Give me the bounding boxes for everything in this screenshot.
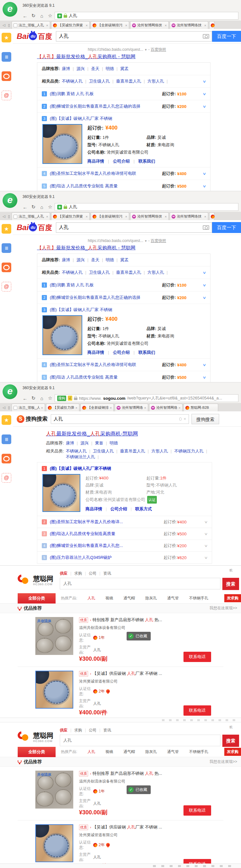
weibo-icon[interactable]: [2, 454, 11, 463]
browser-tab-partial[interactable]: [209, 21, 214, 29]
address-bar[interactable]: ✚ 人孔: [55, 12, 238, 20]
back-icon[interactable]: ←: [21, 205, 29, 210]
refresh-icon[interactable]: ↻: [30, 204, 37, 210]
all-categories-button[interactable]: 全部分类: [18, 593, 56, 603]
close-tab-icon[interactable]: ×: [46, 24, 48, 27]
weibo-icon[interactable]: [2, 262, 11, 272]
search-box[interactable]: [60, 735, 220, 746]
tab-list-icon[interactable]: ▯: [6, 214, 11, 220]
product-title-link[interactable]: (图)琨达 人孔品质优专业制造 高质量: [50, 374, 162, 380]
baidu-search-button[interactable]: 百度一下: [212, 222, 241, 233]
contact-phone-button[interactable]: 联系电话: [183, 652, 211, 662]
company-intro-link[interactable]: 公司介绍: [113, 158, 138, 164]
hot-product-link[interactable]: 视镜: [106, 595, 113, 601]
expand-chevron-icon[interactable]: ∨: [204, 532, 208, 536]
result-title-link[interactable]: 【人孔】最新批发价格_人孔采购商机 - 慧聪网: [37, 54, 241, 60]
search-box[interactable]: [60, 578, 220, 589]
address-bar[interactable]: 搜狗 证 https://www.sogou.com/web?query=人孔&…: [55, 394, 238, 402]
brand-link[interactable]: 明德: [110, 440, 118, 446]
baidu-logo[interactable]: Bai du 百度: [17, 223, 52, 231]
browser-tab[interactable]: 【全新碳钢排污 ×: [91, 21, 129, 29]
home-icon[interactable]: ⌂: [38, 396, 46, 401]
listing-title-link[interactable]: 特别推荐 新产品扇形不锈钢 人孔 热...: [93, 617, 162, 623]
product-detail-link[interactable]: 商品详情: [87, 158, 113, 164]
product-title-link[interactable]: (图)狮城管业长期出售垂直吊盖人孔您正确的选择: [50, 295, 162, 301]
close-tab-icon[interactable]: ×: [144, 406, 146, 410]
brand-link[interactable]: 源兴: [80, 440, 95, 446]
category-link[interactable]: 卫生级人孔: [89, 270, 116, 275]
brand-link[interactable]: 康博: [62, 257, 76, 263]
product-image-covers[interactable]: 共创流体: [35, 771, 73, 809]
browser-tab[interactable]: 法兰_管板_人孔 ×: [11, 21, 50, 29]
search-box[interactable]: [56, 31, 212, 41]
browser-tab[interactable]: W 沧州智博网络技 ×: [130, 212, 169, 220]
expand-chevron-icon[interactable]: ∨: [203, 375, 206, 379]
brand-link[interactable]: 明德: [106, 257, 120, 263]
favorites-star-icon[interactable]: ★: [2, 415, 11, 425]
tab-scroll-left-icon[interactable]: ◁: [1, 23, 6, 29]
product-image-manhole[interactable]: [42, 315, 82, 355]
search-button[interactable]: 搜索: [222, 735, 239, 747]
product-image-manhole[interactable]: [42, 124, 82, 164]
tab-supply[interactable]: 供应: [60, 571, 74, 576]
search-input[interactable]: [59, 225, 203, 230]
cached-snapshot-link[interactable]: 百度快照: [151, 47, 166, 52]
product-title-link[interactable]: (图)压力容器法兰人孔Q345R锅炉: [50, 555, 163, 560]
contact-us-link[interactable]: 联系我们: [139, 158, 155, 164]
product-title-link[interactable]: (图)【昊诚】碳钢人孔厂家 不锈钢: [50, 307, 206, 313]
company-name-link[interactable]: 沧州昊诚管道有限公司: [79, 679, 223, 684]
expand-chevron-icon[interactable]: ∨: [203, 172, 206, 176]
result-title-link[interactable]: 【人孔】最新批发价格_人孔采购商机 - 慧聪网: [37, 245, 241, 251]
post-buying-request-button[interactable]: 发求购: [224, 748, 241, 756]
post-buying-request-button[interactable]: 发求购: [224, 594, 241, 602]
tab-scroll-left-icon[interactable]: ◁: [1, 214, 6, 220]
refresh-icon[interactable]: ↻: [30, 395, 37, 401]
brand-link[interactable]: 康博: [66, 440, 80, 446]
brand-link[interactable]: 冀孟: [120, 66, 128, 72]
category-link[interactable]: 垂直吊盖人孔: [120, 448, 151, 454]
category-link[interactable]: 方形人孔: [148, 79, 170, 84]
result-title-link[interactable]: 人孔最新批发价格_人孔采购商机-慧聪网: [46, 431, 241, 437]
browser-tab[interactable]: 【全新碳钢排污 ×: [91, 212, 129, 220]
all-categories-button[interactable]: 全部分类: [18, 747, 56, 757]
tab-buy[interactable]: 求购: [74, 571, 89, 576]
baidu-search-button[interactable]: 百度一下: [212, 31, 241, 42]
browser-tab[interactable]: 法兰_管板_人孔 ×: [11, 212, 50, 220]
company-intro-link[interactable]: 公司介绍: [113, 350, 138, 355]
brand-link[interactable]: 圣天: [91, 66, 106, 72]
product-title-link[interactable]: (图)润鹏 直销 人孔 孔板: [50, 91, 162, 97]
tab-news[interactable]: 资讯: [103, 571, 111, 576]
hot-product-link[interactable]: 人孔: [87, 595, 95, 601]
category-link[interactable]: 卫生级人孔: [93, 448, 120, 454]
hot-product-link[interactable]: 不锈钢手孔: [189, 749, 208, 754]
weibo-icon[interactable]: [2, 71, 11, 81]
product-image-manhole[interactable]: [35, 671, 73, 709]
hot-product-link[interactable]: 不锈钢手孔: [189, 595, 208, 601]
search-box[interactable]: ×: [51, 414, 189, 424]
browser-tab[interactable]: 【昊诚恒力弹 ×: [46, 404, 79, 411]
hot-product-link[interactable]: 视镜: [106, 749, 113, 754]
camera-search-icon[interactable]: [203, 34, 209, 38]
brand-link[interactable]: 源兴: [77, 257, 91, 263]
favorites-star-icon[interactable]: ★: [2, 224, 11, 234]
product-title-link[interactable]: (图)【昊诚】碳钢人孔厂家不锈钢: [50, 466, 111, 471]
brand-link[interactable]: 康博: [62, 66, 76, 72]
feeds-panel-icon[interactable]: ≣: [2, 434, 11, 444]
feeds-panel-icon[interactable]: ≣: [2, 52, 11, 62]
listing-title-link[interactable]: 【昊诚】供应碳钢 人孔厂家 不锈钢 ...: [93, 824, 162, 830]
product-title-link[interactable]: (图)圣恒加工定制水平吊盖人孔价格详情可电联: [50, 170, 162, 177]
promote-here-link[interactable]: 我想在这展现>>: [210, 759, 237, 765]
category-link[interactable]: 不锈钢人孔: [62, 79, 89, 84]
camera-search-icon[interactable]: [203, 225, 209, 230]
hot-product-link[interactable]: 通气管: [167, 749, 179, 754]
tab-company[interactable]: 公司: [89, 571, 103, 576]
product-title-link[interactable]: (图)琨达人孔品质优专业制造高质量: [50, 531, 163, 537]
expand-chevron-icon[interactable]: ∨: [203, 92, 206, 96]
address-bar[interactable]: ✚ 人孔: [55, 203, 238, 211]
expand-chevron-icon[interactable]: ∨: [203, 271, 206, 275]
tab-scroll-left-icon[interactable]: ◁: [1, 406, 6, 411]
browser-tab[interactable]: W 沧州智博网络技 ×: [170, 212, 208, 220]
close-tab-icon[interactable]: ×: [41, 406, 43, 410]
product-image-covers[interactable]: 共创流体: [35, 617, 73, 655]
tab-supply[interactable]: 供应: [60, 727, 74, 733]
